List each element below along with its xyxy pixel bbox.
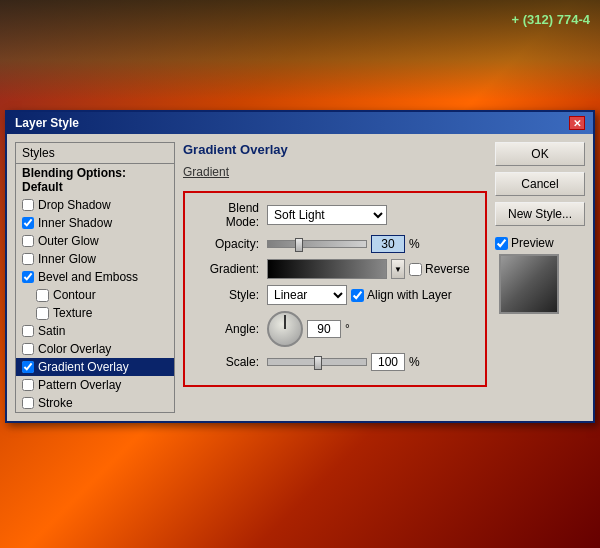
texture-checkbox[interactable]: [36, 307, 49, 320]
pattern-overlay-checkbox[interactable]: [22, 379, 34, 391]
gradient-dropdown-button[interactable]: ▼: [391, 259, 405, 279]
color-overlay-checkbox[interactable]: [22, 343, 34, 355]
blend-mode-select[interactable]: Soft Light Normal Multiply Screen Overla…: [267, 205, 387, 225]
new-style-button[interactable]: New Style...: [495, 202, 585, 226]
preview-checkbox-row: Preview: [495, 236, 554, 250]
inner-glow-label: Inner Glow: [38, 252, 96, 266]
blend-mode-row: Blend Mode: Soft Light Normal Multiply S…: [193, 201, 477, 229]
ok-button[interactable]: OK: [495, 142, 585, 166]
outer-glow-checkbox[interactable]: [22, 235, 34, 247]
align-layer-checkbox[interactable]: [351, 289, 364, 302]
gradient-overlay-checkbox[interactable]: [22, 361, 34, 373]
sidebar-item-inner-shadow[interactable]: Inner Shadow: [16, 214, 174, 232]
angle-knob-container: °: [267, 311, 350, 347]
reverse-checkbox[interactable]: [409, 263, 422, 276]
preview-checkbox[interactable]: [495, 237, 508, 250]
opacity-input[interactable]: [371, 235, 405, 253]
styles-panel: Styles Blending Options: Default Drop Sh…: [15, 142, 175, 413]
gradient-preview[interactable]: [267, 259, 387, 279]
color-overlay-label: Color Overlay: [38, 342, 111, 356]
preview-box: [499, 254, 559, 314]
sidebar-item-color-overlay[interactable]: Color Overlay: [16, 340, 174, 358]
blending-options-item[interactable]: Blending Options: Default: [16, 164, 174, 196]
scale-slider-track[interactable]: [267, 358, 367, 366]
texture-label: Texture: [53, 306, 92, 320]
contour-checkbox[interactable]: [36, 289, 49, 302]
sidebar-item-contour[interactable]: Contour: [16, 286, 174, 304]
sidebar-item-inner-glow[interactable]: Inner Glow: [16, 250, 174, 268]
styles-header[interactable]: Styles: [16, 143, 174, 164]
dialog-body: Styles Blending Options: Default Drop Sh…: [7, 134, 593, 421]
phone-bar: + (312) 774-4: [512, 12, 590, 27]
opacity-slider-thumb[interactable]: [295, 238, 303, 252]
satin-label: Satin: [38, 324, 65, 338]
scale-label: Scale:: [193, 355, 263, 369]
screenshot-bg: + (312) 774-4 Layer Style ✕ Styles Blend…: [0, 0, 600, 548]
align-layer-label: Align with Layer: [367, 288, 452, 302]
degree-symbol: °: [345, 322, 350, 336]
scale-slider-thumb[interactable]: [314, 356, 322, 370]
scale-row: Scale: %: [193, 353, 477, 371]
bevel-emboss-label: Bevel and Emboss: [38, 270, 138, 284]
preview-section: Preview: [495, 236, 585, 314]
stroke-checkbox[interactable]: [22, 397, 34, 409]
sidebar-item-outer-glow[interactable]: Outer Glow: [16, 232, 174, 250]
layer-style-dialog: Layer Style ✕ Styles Blending Options: D…: [5, 110, 595, 423]
gradient-row: Gradient: ▼ Reverse: [193, 259, 477, 279]
knob-line: [284, 315, 286, 329]
sidebar-item-stroke[interactable]: Stroke: [16, 394, 174, 412]
angle-input[interactable]: [307, 320, 341, 338]
inner-shadow-checkbox[interactable]: [22, 217, 34, 229]
dialog-title: Layer Style: [15, 116, 79, 130]
sidebar-item-bevel-emboss[interactable]: Bevel and Emboss: [16, 268, 174, 286]
sidebar-item-drop-shadow[interactable]: Drop Shadow: [16, 196, 174, 214]
dialog-close-button[interactable]: ✕: [569, 116, 585, 130]
style-select[interactable]: Linear Radial Angle Reflected Diamond: [267, 285, 347, 305]
angle-label: Angle:: [193, 322, 263, 336]
section-subtitle[interactable]: Gradient: [183, 165, 487, 179]
settings-area: Blend Mode: Soft Light Normal Multiply S…: [183, 191, 487, 387]
inner-glow-checkbox[interactable]: [22, 253, 34, 265]
sidebar-item-pattern-overlay[interactable]: Pattern Overlay: [16, 376, 174, 394]
drop-shadow-checkbox[interactable]: [22, 199, 34, 211]
style-label: Style:: [193, 288, 263, 302]
align-layer-row: Align with Layer: [351, 288, 452, 302]
pattern-overlay-label: Pattern Overlay: [38, 378, 121, 392]
gradient-label: Gradient:: [193, 262, 263, 276]
sidebar-item-gradient-overlay[interactable]: Gradient Overlay: [16, 358, 174, 376]
angle-row: Angle: °: [193, 311, 477, 347]
opacity-row: Opacity: %: [193, 235, 477, 253]
blend-mode-label: Blend Mode:: [193, 201, 263, 229]
scale-input[interactable]: [371, 353, 405, 371]
bevel-emboss-checkbox[interactable]: [22, 271, 34, 283]
opacity-unit: %: [409, 237, 420, 251]
background-overlay: [0, 0, 600, 100]
cancel-button[interactable]: Cancel: [495, 172, 585, 196]
preview-label: Preview: [511, 236, 554, 250]
reverse-label: Reverse: [425, 262, 470, 276]
outer-glow-label: Outer Glow: [38, 234, 99, 248]
satin-checkbox[interactable]: [22, 325, 34, 337]
main-panel: Gradient Overlay Gradient Blend Mode: So…: [183, 142, 487, 413]
contour-label: Contour: [53, 288, 96, 302]
sidebar-item-texture[interactable]: Texture: [16, 304, 174, 322]
angle-knob[interactable]: [267, 311, 303, 347]
reverse-row: Reverse: [409, 262, 470, 276]
drop-shadow-label: Drop Shadow: [38, 198, 111, 212]
opacity-label: Opacity:: [193, 237, 263, 251]
inner-shadow-label: Inner Shadow: [38, 216, 112, 230]
scale-unit: %: [409, 355, 420, 369]
buttons-panel: OK Cancel New Style... Preview: [495, 142, 585, 413]
style-row: Style: Linear Radial Angle Reflected Dia…: [193, 285, 477, 305]
sidebar-item-satin[interactable]: Satin: [16, 322, 174, 340]
opacity-slider-track[interactable]: [267, 240, 367, 248]
section-title: Gradient Overlay: [183, 142, 487, 157]
dialog-titlebar: Layer Style ✕: [7, 112, 593, 134]
stroke-label: Stroke: [38, 396, 73, 410]
gradient-overlay-label: Gradient Overlay: [38, 360, 129, 374]
